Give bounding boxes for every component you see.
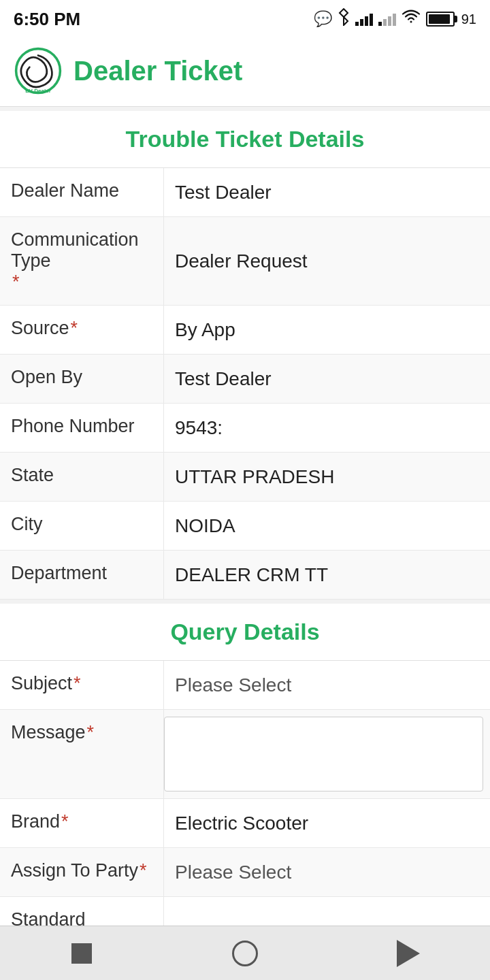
app-title: Dealer Ticket	[74, 56, 242, 86]
value-communication-type: Dealer Request	[163, 217, 490, 305]
square-icon	[71, 943, 92, 964]
nav-square-button[interactable]	[63, 934, 101, 973]
bluetooth-icon	[338, 8, 350, 30]
field-subject: Subject * Please Select	[0, 661, 490, 710]
label-subject: Subject *	[0, 661, 163, 709]
content-area: Trouble Ticket Details Dealer Name Test …	[0, 107, 490, 980]
label-department: Department	[0, 551, 163, 599]
query-details-title: Query Details	[170, 619, 319, 644]
app-header: EV Dealer Dealer Ticket	[0, 35, 490, 107]
field-city: City NOIDA	[0, 502, 490, 551]
message-input[interactable]	[164, 717, 483, 791]
label-dealer-name: Dealer Name	[0, 168, 163, 216]
required-marker: *	[87, 722, 95, 743]
field-state: State UTTAR PRADESH	[0, 453, 490, 502]
label-assign-to-party: Assign To Party *	[0, 848, 163, 896]
value-open-by: Test Dealer	[163, 355, 490, 403]
signal-full-icon	[355, 12, 373, 26]
required-marker: *	[71, 318, 78, 339]
query-details-header: Query Details	[0, 600, 490, 661]
value-city: NOIDA	[163, 502, 490, 550]
value-department: DEALER CRM TT	[163, 551, 490, 599]
label-phone-number: Phone Number	[0, 404, 163, 452]
trouble-ticket-fields: Dealer Name Test Dealer Communication Ty…	[0, 168, 490, 600]
battery-icon: 91	[426, 12, 476, 27]
value-source: By App	[163, 306, 490, 354]
nav-home-button[interactable]	[226, 934, 264, 973]
field-department: Department DEALER CRM TT	[0, 551, 490, 600]
required-marker: *	[61, 811, 69, 832]
status-icons: 💬	[314, 8, 476, 30]
required-marker: *	[74, 673, 81, 694]
label-city: City	[0, 502, 163, 550]
field-open-by: Open By Test Dealer	[0, 355, 490, 404]
field-source: Source * By App	[0, 306, 490, 355]
field-brand: Brand * Electric Scooter	[0, 799, 490, 848]
message-icon: 💬	[314, 10, 332, 28]
field-phone-number: Phone Number 9543:	[0, 404, 490, 453]
required-marker: *	[140, 860, 147, 881]
field-assign-to-party: Assign To Party * Please Select	[0, 848, 490, 897]
bottom-navigation	[0, 926, 490, 980]
value-subject[interactable]: Please Select	[163, 661, 490, 709]
value-dealer-name: Test Dealer	[163, 168, 490, 216]
field-message: Message *	[0, 710, 490, 799]
nav-back-button[interactable]	[389, 934, 427, 973]
label-state: State	[0, 453, 163, 501]
signal-partial-icon	[378, 12, 396, 26]
value-state: UTTAR PRADESH	[163, 453, 490, 501]
required-marker: *	[12, 272, 20, 293]
circle-icon	[232, 941, 258, 966]
status-bar: 6:50 PM 💬	[0, 0, 490, 35]
app-logo: EV Dealer	[14, 46, 63, 95]
label-open-by: Open By	[0, 355, 163, 403]
trouble-ticket-title: Trouble Ticket Details	[126, 126, 365, 152]
value-brand: Electric Scooter	[163, 799, 490, 847]
value-phone-number: 9543:	[163, 404, 490, 452]
label-brand: Brand *	[0, 799, 163, 847]
svg-text:EV Dealer: EV Dealer	[25, 88, 52, 94]
wifi-icon	[402, 10, 421, 29]
label-source: Source *	[0, 306, 163, 354]
field-dealer-name: Dealer Name Test Dealer	[0, 168, 490, 217]
label-communication-type: Communication Type *	[0, 217, 163, 305]
status-time: 6:50 PM	[14, 9, 80, 30]
trouble-ticket-header: Trouble Ticket Details	[0, 107, 490, 168]
label-message: Message *	[0, 710, 163, 798]
field-communication-type: Communication Type * Dealer Request	[0, 217, 490, 306]
back-icon	[397, 940, 420, 967]
value-assign-to-party[interactable]: Please Select	[163, 848, 490, 896]
